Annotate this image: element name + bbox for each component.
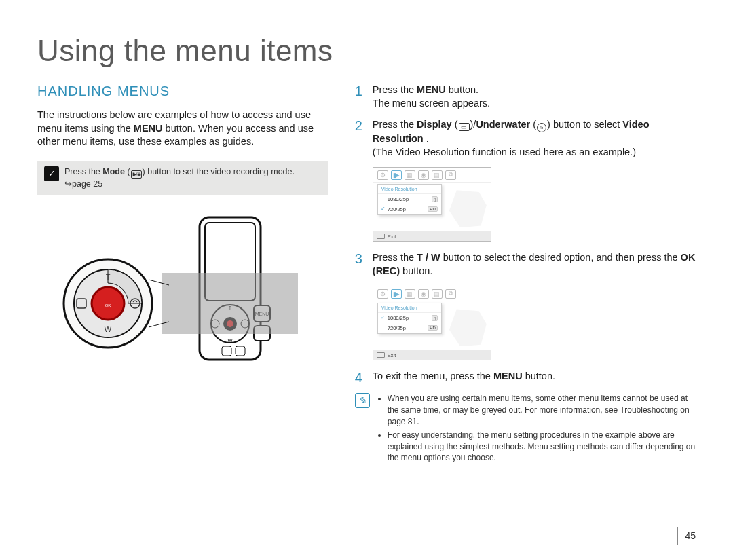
step-1-text: Press the MENU button. The menu screen a… xyxy=(373,83,490,110)
step-4-number: 4 xyxy=(355,370,364,385)
tip-pageref: page 25 xyxy=(72,179,102,189)
zoom-overlay xyxy=(162,273,298,334)
ss-tab-icon: ▦ xyxy=(405,170,415,180)
step-2-number: 2 xyxy=(355,118,364,159)
ss-bg-shape xyxy=(449,309,487,346)
ss-row: 720/25pHD xyxy=(378,323,441,333)
svg-text:T: T xyxy=(106,273,111,281)
arrow-icon: ↪ xyxy=(64,179,72,189)
mode-video-photo-icon: ▮▸/◉ xyxy=(131,170,142,179)
ss-row-selected: 1080/25p▯ xyxy=(378,313,441,323)
step-4-text: To exit the menu, press the MENU button. xyxy=(373,370,555,385)
hd-tag: HD xyxy=(428,206,438,212)
tip-prefix: Press the xyxy=(64,167,102,176)
dpad-callout-icon: OK T W xyxy=(64,259,152,348)
step-2: 2 Press the Display (▭)/Underwater (≈) b… xyxy=(355,118,696,159)
underwater-icon: ≈ xyxy=(537,123,546,132)
ss-tab-icon: ⧉ xyxy=(445,289,456,299)
step-1: 1 Press the MENU button. The menu screen… xyxy=(355,83,696,110)
svg-text:OK: OK xyxy=(105,303,111,307)
svg-rect-12 xyxy=(236,346,245,356)
ss-tab-icon: ◉ xyxy=(418,170,429,180)
ss-tab-active-icon: ▮▸ xyxy=(391,289,402,299)
ss-tab-icon: ⚙ xyxy=(377,170,388,180)
svg-text:W: W xyxy=(228,339,233,343)
hd-tag: ▯ xyxy=(432,315,438,321)
note-item: For easy understanding, the menu setting… xyxy=(388,430,696,464)
tip-suffix: ) button to set the video recording mode… xyxy=(143,167,295,176)
ss-panel-header: Video Resolution xyxy=(378,185,441,194)
note-box: ✎ When you are using certain menu items,… xyxy=(355,393,696,466)
ss-panel: Video Resolution 1080/25p▯ 720/25pHD xyxy=(377,184,442,215)
intro-bold: MENU xyxy=(134,123,163,134)
tip-mid: ( xyxy=(125,167,130,176)
tip-bold: Mode xyxy=(102,167,125,176)
check-icon: ✓ xyxy=(44,166,59,181)
hd-tag: ▯ xyxy=(432,196,438,202)
ss-row: 1080/25p▯ xyxy=(378,194,441,204)
page-title: Using the menu items xyxy=(37,34,696,68)
ss-bg-shape xyxy=(449,190,487,227)
page-number: 45 xyxy=(677,527,696,545)
tip-text: Press the Mode (▮▸/◉) button to set the … xyxy=(64,166,295,190)
ss-panel-header: Video Resolution xyxy=(378,303,441,313)
step-2-text: Press the Display (▭)/Underwater (≈) but… xyxy=(373,118,696,159)
ss-row-selected: 720/25pHD xyxy=(378,204,441,214)
menu-icon xyxy=(377,234,385,239)
ss-exit: Exit xyxy=(388,234,396,240)
ss-tab-icon: ◉ xyxy=(418,289,429,299)
menu-screenshot-1: ⚙ ▮▸ ▦ ◉ ▤ ⧉ Video Resolution 1080/25p▯ … xyxy=(373,167,491,242)
ss-tab-icon: ⧉ xyxy=(445,170,456,180)
step-3: 3 Press the T / W button to select the d… xyxy=(355,251,696,278)
left-column: HANDLING MENUS The instructions below ar… xyxy=(37,83,328,466)
ss-exit: Exit xyxy=(388,352,396,358)
tip-box: ✓ Press the Mode (▮▸/◉) button to set th… xyxy=(37,161,328,195)
ss-tab-icon: ▤ xyxy=(432,289,443,299)
ss-tab-active-icon: ▮▸ xyxy=(391,170,402,180)
menu-screenshot-2: ⚙ ▮▸ ▦ ◉ ▤ ⧉ Video Resolution 1080/25p▯ … xyxy=(373,286,491,360)
step-3-text: Press the T / W button to select the des… xyxy=(373,251,696,278)
right-column: 1 Press the MENU button. The menu screen… xyxy=(355,83,696,466)
note-item: When you are using certain menu items, s… xyxy=(388,393,696,427)
svg-rect-11 xyxy=(222,346,231,356)
hd-tag: HD xyxy=(428,325,438,331)
ss-tab-icon: ⚙ xyxy=(377,289,388,299)
title-rule xyxy=(37,71,696,71)
section-heading: HANDLING MENUS xyxy=(37,83,328,99)
step-1-number: 1 xyxy=(355,83,364,110)
device-illustration: MENU T W xyxy=(37,205,328,395)
ss-panel: Video Resolution 1080/25p▯ 720/25pHD xyxy=(377,303,442,334)
ss-tab-icon: ▤ xyxy=(432,170,443,180)
step-4: 4 To exit the menu, press the MENU butto… xyxy=(355,370,696,385)
note-icon: ✎ xyxy=(355,393,370,408)
ss-tab-icon: ▦ xyxy=(405,289,415,299)
svg-text:W: W xyxy=(105,325,112,333)
step-3-number: 3 xyxy=(355,251,364,278)
intro-paragraph: The instructions below are examples of h… xyxy=(37,109,328,149)
display-icon: ▭ xyxy=(459,123,470,131)
menu-icon xyxy=(377,352,385,358)
